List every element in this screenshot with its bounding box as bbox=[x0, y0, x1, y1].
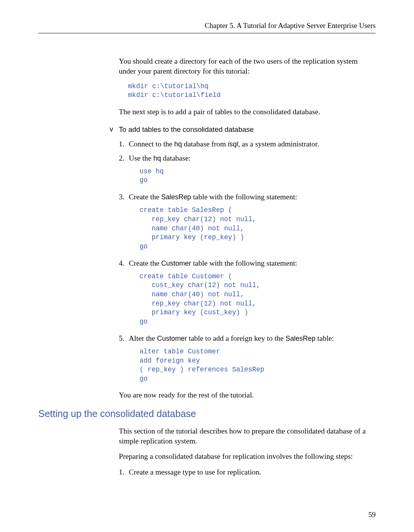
table-name: SalesRep bbox=[286, 335, 315, 342]
page-content: Chapter 5. A Tutorial for Adaptive Serve… bbox=[0, 0, 414, 496]
step-text: Create a message type to use for replica… bbox=[129, 467, 376, 477]
code-create-salesrep: create table SalesRep ( rep_key char(12)… bbox=[140, 206, 376, 251]
step-text: Connect to the hq database from isql, as… bbox=[129, 139, 376, 149]
text-fragment: database from bbox=[182, 140, 228, 148]
text-fragment: table: bbox=[315, 334, 334, 342]
step-4: 4. Create the Customer table with the fo… bbox=[119, 258, 376, 268]
procedure-heading-row: v To add tables to the consolidated data… bbox=[119, 125, 376, 134]
text-fragment: Alter the bbox=[129, 334, 157, 342]
step-number: 5. bbox=[119, 333, 129, 343]
text-fragment: Use the bbox=[129, 154, 153, 162]
step-3: 3. Create the SalesRep table with the fo… bbox=[119, 192, 376, 202]
page-header: Chapter 5. A Tutorial for Adaptive Serve… bbox=[38, 21, 376, 33]
text-fragment: , as a system administrator. bbox=[238, 140, 319, 148]
section-heading: Setting up the consolidated database bbox=[38, 408, 376, 419]
section-para-1: This section of the tutorial describes h… bbox=[119, 426, 376, 447]
procedure-steps: 1. Connect to the hq database from isql,… bbox=[119, 139, 376, 383]
step-5: 5. Alter the Customer table to add a for… bbox=[119, 333, 376, 343]
code-create-customer: create table Customer ( cust_key char(12… bbox=[140, 272, 376, 327]
step-1: 1. Connect to the hq database from isql,… bbox=[119, 139, 376, 149]
step-number: 1. bbox=[119, 467, 129, 477]
section-step-1: 1. Create a message type to use for repl… bbox=[119, 467, 376, 477]
section-para-2: Preparing a consolidated database for re… bbox=[119, 452, 376, 461]
text-fragment: table with the following statement: bbox=[191, 259, 297, 267]
text-fragment: Create the bbox=[129, 259, 161, 267]
step-number: 4. bbox=[119, 258, 129, 268]
intro-paragraph: You should create a directory for each o… bbox=[119, 56, 376, 77]
procedure-title: To add tables to the consolidated databa… bbox=[119, 125, 254, 134]
step-text: Create the Customer table with the follo… bbox=[129, 258, 376, 268]
page-number: 59 bbox=[368, 511, 376, 519]
step-number: 1. bbox=[119, 139, 129, 149]
text-fragment: Connect to the bbox=[129, 140, 174, 148]
db-name: hq bbox=[174, 140, 182, 148]
code-alter-customer: alter table Customer add foreign key ( r… bbox=[140, 347, 376, 384]
procedure-bullet: v bbox=[110, 125, 119, 134]
code-use-hq: use hq go bbox=[140, 167, 376, 185]
text-fragment: table with the following statement: bbox=[191, 193, 297, 201]
step-text: Use the hq database: bbox=[129, 153, 376, 163]
step-2: 2. Use the hq database: bbox=[119, 153, 376, 163]
table-name: SalesRep bbox=[161, 193, 191, 201]
table-name: Customer bbox=[157, 335, 187, 342]
text-fragment: table to add a foreign key to the bbox=[187, 334, 286, 342]
step-number: 2. bbox=[119, 153, 129, 163]
tool-name: isql bbox=[228, 140, 238, 148]
step-text: Create the SalesRep table with the follo… bbox=[129, 192, 376, 202]
step-number: 3. bbox=[119, 192, 129, 202]
closing-paragraph: You are now ready for the rest of the tu… bbox=[119, 390, 376, 400]
main-content: You should create a directory for each o… bbox=[119, 56, 376, 401]
text-fragment: Create the bbox=[129, 193, 161, 201]
text-fragment: database: bbox=[161, 154, 191, 162]
after-mkdir-paragraph: The next step is to add a pair of tables… bbox=[119, 107, 376, 117]
section-content: This section of the tutorial describes h… bbox=[119, 426, 376, 477]
db-name: hq bbox=[153, 154, 161, 162]
table-name: Customer bbox=[161, 259, 191, 267]
code-mkdir: mkdir c:\tutorial\hq mkdir c:\tutorial\f… bbox=[128, 82, 376, 100]
step-text: Alter the Customer table to add a foreig… bbox=[129, 333, 376, 343]
